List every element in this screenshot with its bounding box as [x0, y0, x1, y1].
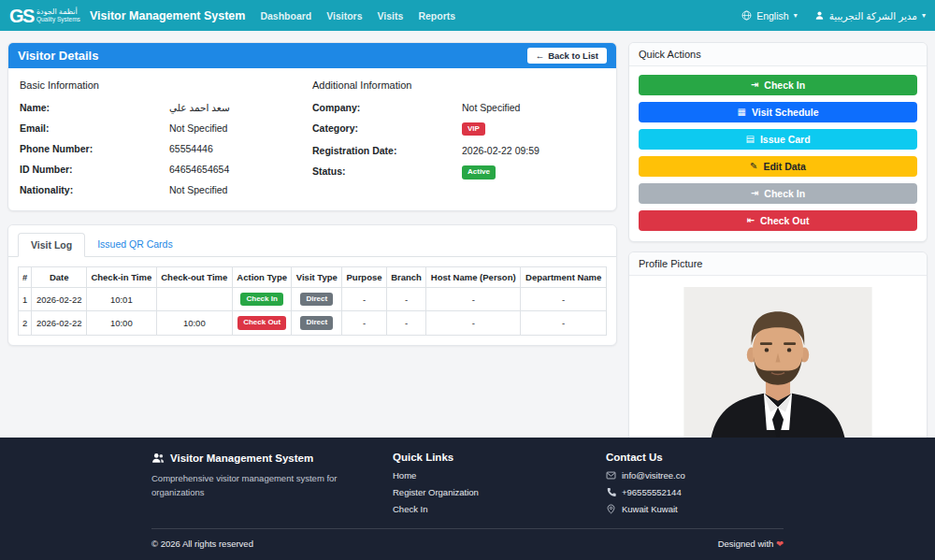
main-nav: Dashboard Visitors Visits Reports — [260, 10, 455, 22]
calendar-icon: ▦ — [737, 108, 745, 117]
globe-icon — [741, 10, 752, 21]
sign-in-icon: ⇥ — [751, 80, 758, 90]
designed-with: Designed with ❤ — [718, 538, 784, 549]
check-in-button[interactable]: ⇥ Check In — [639, 75, 917, 95]
logo-gs: GS — [9, 7, 34, 25]
tab-issued-qr-cards[interactable]: Issued QR Cards — [85, 233, 185, 257]
field-name: Name: سعد احمد علي — [20, 102, 303, 113]
id-card-icon: ▤ — [745, 135, 754, 144]
field-registration-date: Registration Date: 2026-02-22 09:59 — [312, 145, 596, 156]
language-menu[interactable]: English ▾ — [741, 10, 797, 22]
visit-type-badge: Direct — [300, 316, 333, 329]
table-header-row: # Date Check-in Time Check-out Time Acti… — [19, 267, 607, 288]
footer-description: Comprehensive visitor management system … — [151, 472, 338, 499]
heart-icon: ❤ — [776, 538, 784, 549]
additional-information-heading: Additional Information — [312, 79, 596, 91]
field-company: Company: Not Specified — [312, 102, 596, 113]
visit-log-tabs: Visit Log Issued QR Cards — [8, 225, 616, 257]
logo[interactable]: GS أنظمة الجودة Quality Systems — [9, 7, 80, 25]
contact-email: info@visitree.co — [606, 470, 784, 481]
footer-brand-section: Visitor Management System Comprehensive … — [151, 452, 381, 521]
back-arrow-icon: ← — [536, 50, 545, 61]
contact-phone: +96555552144 — [606, 487, 784, 497]
profile-picture-title: Profile Picture — [629, 252, 927, 276]
edit-data-button[interactable]: ✎ Edit Data — [639, 156, 917, 177]
language-label: English — [756, 10, 788, 22]
nav-visitors[interactable]: Visitors — [326, 10, 362, 22]
chevron-down-icon: ▾ — [922, 11, 926, 20]
location-icon — [606, 504, 616, 514]
back-to-list-button[interactable]: ← Back to List — [527, 48, 607, 64]
people-icon — [151, 452, 165, 465]
basic-information-heading: Basic Information — [20, 79, 303, 91]
user-name: مدير الشركة التجريبية — [829, 10, 917, 22]
chevron-down-icon: ▾ — [794, 11, 798, 20]
back-to-list-label: Back to List — [548, 50, 598, 61]
field-status: Status: Active — [312, 165, 596, 179]
top-navbar: GS أنظمة الجودة Quality Systems Visitor … — [0, 0, 935, 31]
footer-link-home[interactable]: Home — [393, 470, 594, 481]
sign-in-icon: ⇥ — [751, 189, 758, 198]
footer: Visitor Management System Comprehensive … — [0, 438, 935, 560]
status-badge: Active — [462, 165, 496, 179]
user-menu[interactable]: مدير الشركة التجريبية ▾ — [814, 10, 926, 22]
issue-card-button[interactable]: ▤ Issue Card — [639, 129, 917, 150]
quick-actions-title: Quick Actions — [629, 43, 927, 66]
quick-actions-card: Quick Actions ⇥ Check In ▦ Visit Schedul… — [628, 42, 928, 242]
app: GS أنظمة الجودة Quality Systems Visitor … — [0, 0, 935, 560]
visit-row: 2 2026-02-22 10:00 10:00 Check Out Direc… — [19, 311, 607, 335]
field-nationality: Nationality: Not Specified — [20, 184, 303, 195]
field-id-number: ID Number: 64654654654 — [20, 164, 303, 175]
logo-subtitle: Quality Systems — [36, 16, 80, 22]
additional-information-section: Additional Information Company: Not Spec… — [312, 79, 605, 205]
email-icon — [606, 470, 616, 481]
check-in-secondary-button[interactable]: ⇥ Check In — [639, 183, 917, 204]
profile-picture-card: Profile Picture — [628, 251, 928, 438]
footer-brand-title: Visitor Management System — [170, 452, 313, 464]
sign-out-icon: ⇤ — [747, 216, 755, 225]
visitor-details-header: Visitor Details ← Back to List — [8, 43, 616, 68]
quick-links-title: Quick Links — [393, 452, 594, 463]
user-icon — [814, 10, 825, 21]
tab-visit-log[interactable]: Visit Log — [18, 233, 85, 257]
footer-link-register-organization[interactable]: Register Organization — [393, 487, 594, 497]
logo-arabic-text: أنظمة الجودة — [36, 8, 80, 17]
contact-location: Kuwait Kuwait — [606, 504, 784, 514]
check-out-button[interactable]: ⇤ Check Out — [639, 210, 917, 231]
visit-type-badge: Direct — [300, 293, 333, 306]
field-email: Email: Not Specified — [20, 122, 303, 134]
basic-information-section: Basic Information Name: سعد احمد علي Ema… — [20, 79, 312, 205]
phone-icon — [606, 487, 616, 497]
contact-us-title: Contact Us — [606, 452, 784, 463]
visit-log-table: # Date Check-in Time Check-out Time Acti… — [18, 266, 607, 336]
copyright-text: © 2026 All rights reserved — [151, 538, 253, 549]
footer-contact-section: Contact Us info@visitree.co +96555552144 — [606, 452, 784, 521]
field-category: Category: VIP — [312, 122, 596, 136]
footer-quick-links-section: Quick Links Home Register Organization C… — [393, 452, 594, 521]
visitor-details-title: Visitor Details — [18, 49, 98, 63]
visitor-details-card: Visitor Details ← Back to List Basic Inf… — [7, 42, 617, 211]
visit-row: 1 2026-02-22 10:01 Check In Direct - - -… — [19, 288, 607, 311]
profile-photo — [683, 287, 872, 438]
main-content: Visitor Details ← Back to List Basic Inf… — [0, 31, 935, 438]
nav-visits[interactable]: Visits — [378, 10, 404, 22]
check-in-badge: Check In — [240, 293, 282, 306]
edit-icon: ✎ — [750, 162, 757, 171]
field-phone-number: Phone Number: 65554446 — [20, 143, 303, 154]
footer-link-check-in[interactable]: Check In — [393, 504, 594, 514]
nav-reports[interactable]: Reports — [418, 10, 455, 22]
nav-dashboard[interactable]: Dashboard — [260, 10, 311, 22]
visit-schedule-button[interactable]: ▦ Visit Schedule — [639, 102, 917, 122]
check-out-badge: Check Out — [237, 316, 286, 329]
vip-badge: VIP — [462, 122, 485, 136]
visit-log-card: Visit Log Issued QR Cards # Date Check-i… — [7, 224, 617, 346]
brand-title: Visitor Management System — [90, 9, 246, 22]
